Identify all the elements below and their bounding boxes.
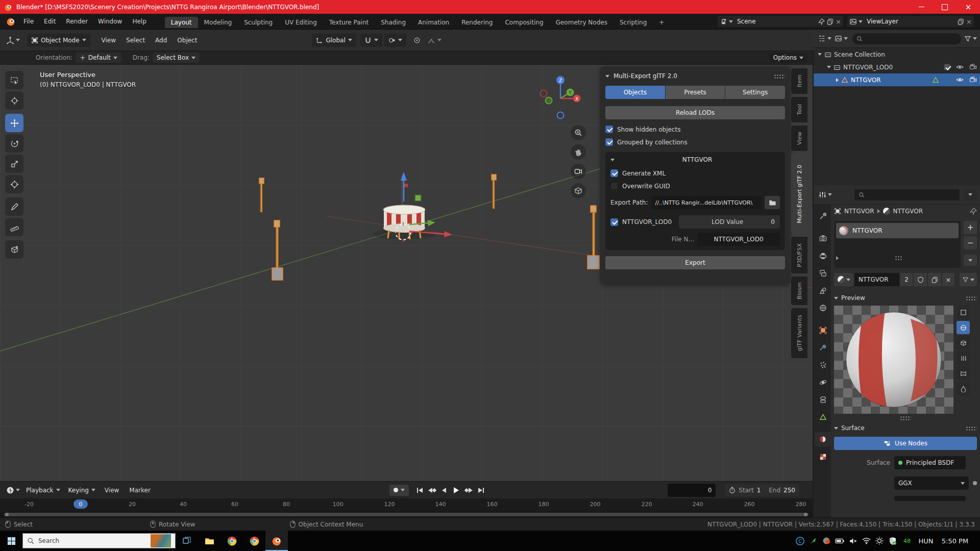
workspace-tab-shading[interactable]: Shading bbox=[375, 17, 412, 28]
copy-material-icon[interactable] bbox=[928, 273, 941, 286]
distribution-selector[interactable]: GGX bbox=[894, 477, 969, 490]
tab-modifiers-icon[interactable] bbox=[815, 340, 830, 355]
clock[interactable]: 5:50 PM bbox=[937, 531, 973, 551]
timeline-ruler[interactable]: -20 0 20 40 60 80 100 120 140 160 180 20… bbox=[0, 498, 813, 512]
reload-lods-button[interactable]: Reload LODs bbox=[605, 106, 785, 119]
tab-render-icon[interactable] bbox=[815, 231, 830, 245]
users-count-button[interactable]: 2 bbox=[900, 273, 913, 286]
tool-add-primitive[interactable] bbox=[5, 240, 23, 259]
export-button[interactable]: Export bbox=[605, 256, 785, 269]
preview-flat-button[interactable] bbox=[957, 306, 970, 319]
jump-to-start-button[interactable] bbox=[414, 485, 425, 495]
file-browse-button[interactable] bbox=[765, 196, 780, 209]
gizmo-y-arrow[interactable] bbox=[428, 220, 435, 226]
viewlayer-exclude-checkbox[interactable] bbox=[944, 64, 950, 70]
pin-icon[interactable] bbox=[818, 18, 825, 25]
lod-value-field[interactable]: LOD Value 0 bbox=[679, 215, 780, 229]
tab-object-data-icon[interactable] bbox=[815, 410, 830, 424]
new-viewlayer-icon[interactable] bbox=[958, 18, 964, 25]
sidetab-gltf-variants[interactable]: glTF Variants bbox=[791, 308, 807, 358]
navigation-gizmo[interactable]: Z Y X bbox=[536, 74, 585, 123]
slot-list-grip[interactable] bbox=[895, 256, 903, 260]
gizmo-x-arrow[interactable] bbox=[444, 231, 452, 237]
tool-scale[interactable] bbox=[5, 155, 23, 173]
workspace-tab-animation[interactable]: Animation bbox=[412, 17, 455, 28]
tool-cursor[interactable] bbox=[5, 91, 23, 110]
start-value[interactable]: 1 bbox=[757, 487, 761, 494]
options-button[interactable]: Options bbox=[769, 53, 807, 63]
tab-texture-icon[interactable] bbox=[815, 449, 830, 464]
fake-user-shield-icon[interactable] bbox=[914, 273, 927, 286]
material-name-field[interactable]: NTTGVOR bbox=[854, 273, 899, 286]
task-view-icon[interactable] bbox=[176, 531, 198, 551]
language-indicator[interactable]: HUN bbox=[915, 531, 937, 551]
pole-object-4[interactable] bbox=[587, 206, 599, 269]
mode-selector[interactable]: Object Mode bbox=[27, 34, 90, 47]
tool-move[interactable] bbox=[5, 114, 23, 132]
zoom-icon[interactable] bbox=[571, 125, 586, 140]
menu-add[interactable]: Add bbox=[150, 37, 172, 44]
scrollbar-left-handle[interactable] bbox=[5, 513, 9, 516]
disable-render-camera-icon[interactable] bbox=[969, 63, 977, 71]
camera-view-icon[interactable] bbox=[571, 164, 586, 179]
sidetab-view[interactable]: View bbox=[791, 126, 807, 151]
tab-settings[interactable]: Settings bbox=[725, 86, 785, 99]
pole-object-2[interactable] bbox=[272, 220, 283, 280]
new-scene-icon[interactable] bbox=[827, 18, 834, 25]
end-value[interactable]: 250 bbox=[783, 487, 795, 494]
file-name-field[interactable]: NTTGVOR_LOD0 bbox=[697, 233, 780, 246]
slot-specials-button[interactable] bbox=[964, 255, 977, 266]
workspace-tab-geometry-nodes[interactable]: Geometry Nodes bbox=[550, 17, 614, 28]
remove-slot-button[interactable]: − bbox=[964, 236, 977, 249]
tray-security-shield-icon[interactable] bbox=[886, 531, 899, 551]
close-button[interactable]: × bbox=[957, 0, 980, 14]
preview-grip[interactable] bbox=[966, 296, 977, 300]
properties-filter-button[interactable] bbox=[964, 189, 977, 201]
add-workspace-button[interactable]: + bbox=[653, 17, 670, 28]
menu-help[interactable]: Help bbox=[127, 16, 151, 27]
tab-presets[interactable]: Presets bbox=[666, 86, 725, 99]
outliner-row-object[interactable]: NTTGVOR bbox=[814, 73, 980, 86]
clipped-field[interactable] bbox=[894, 496, 966, 501]
expand-caret-icon[interactable] bbox=[836, 78, 839, 82]
panel-grip[interactable] bbox=[774, 74, 785, 79]
workspace-tab-layout[interactable]: Layout bbox=[165, 17, 198, 28]
tab-physics-icon[interactable] bbox=[815, 375, 830, 389]
properties-editor-type-button[interactable] bbox=[817, 191, 834, 198]
proportional-editing-toggle[interactable] bbox=[410, 34, 424, 47]
timeline-view-menu[interactable]: View bbox=[100, 487, 124, 494]
menu-select[interactable]: Select bbox=[121, 37, 150, 44]
pole-object-3[interactable] bbox=[492, 174, 496, 209]
hide-eye-icon[interactable] bbox=[956, 63, 964, 71]
tab-material-icon[interactable] bbox=[815, 432, 831, 446]
blender-menu-icon[interactable] bbox=[6, 17, 15, 26]
sidetab-tool[interactable]: Tool bbox=[791, 97, 807, 122]
playback-menu[interactable]: Playback bbox=[22, 484, 64, 497]
workspace-tab-uv-editing[interactable]: UV Editing bbox=[279, 17, 323, 28]
previous-keyframe-button[interactable] bbox=[426, 485, 437, 495]
disable-render-camera-icon[interactable] bbox=[969, 76, 977, 84]
menu-view[interactable]: View bbox=[96, 37, 121, 44]
surface-grip[interactable] bbox=[966, 426, 977, 431]
use-nodes-button[interactable]: Use Nodes bbox=[834, 437, 977, 450]
transform-orientation-selector[interactable]: Global bbox=[312, 34, 356, 47]
sidetab-multi-export[interactable]: Multi-Export glTF 2.0 bbox=[791, 154, 807, 234]
tab-viewlayer-icon[interactable] bbox=[815, 266, 830, 280]
unlink-material-icon[interactable]: × bbox=[942, 273, 954, 286]
tray-app2-icon[interactable] bbox=[806, 531, 820, 551]
tray-gpu-temp[interactable]: 48 bbox=[899, 531, 915, 551]
maximize-button[interactable] bbox=[933, 0, 957, 14]
gizmo-axis-x-neg[interactable] bbox=[541, 90, 547, 97]
menu-render[interactable]: Render bbox=[61, 16, 93, 27]
sidetab-p3d-fsx[interactable]: P3D/FSX bbox=[791, 237, 807, 273]
surface-shader-field[interactable]: Principled BSDF bbox=[894, 456, 966, 469]
proportional-falloff-selector[interactable] bbox=[424, 34, 446, 47]
workspace-tab-sculpting[interactable]: Sculpting bbox=[238, 17, 279, 28]
chrome-profile2-icon[interactable] bbox=[243, 531, 265, 551]
surface-section-header[interactable]: Surface bbox=[834, 424, 977, 432]
blender-taskbar-icon[interactable] bbox=[265, 531, 288, 551]
preview-sphere-button[interactable] bbox=[957, 321, 970, 334]
scene-browse-icon[interactable] bbox=[720, 18, 733, 26]
breadcrumb-object[interactable]: NTTGVOR bbox=[844, 208, 874, 215]
preview-resize-grip[interactable] bbox=[900, 416, 911, 420]
